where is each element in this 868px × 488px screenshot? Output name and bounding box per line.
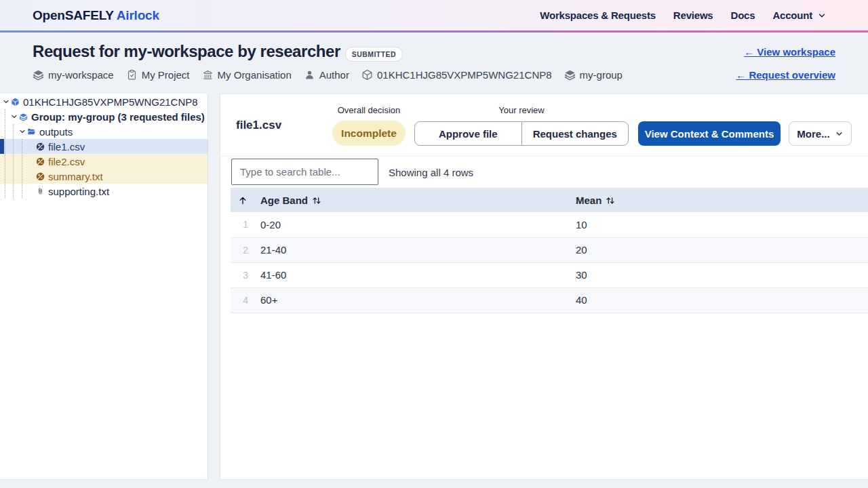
tree-item-supporting[interactable]: supporting.txt [0,184,208,199]
building-library-icon [202,69,214,81]
index-column-header[interactable] [231,188,255,212]
nav-reviews[interactable]: Reviews [673,9,713,21]
tree-item-request-root[interactable]: 01KHC1HJG85VXPMP5WNG21CNP8 [0,94,208,109]
content: 01KHC1HJG85VXPMP5WNG21CNP8 Group: my-gro… [0,94,868,480]
search-input[interactable] [231,159,378,185]
chevron-down-icon [835,129,844,138]
mean-column-header[interactable]: Mean [570,188,868,212]
tree-indent-guide [13,124,14,199]
logo-opensafely: OpenSAFELY [33,8,113,22]
sort-updown-icon [312,196,321,205]
request-overview-link[interactable]: ← Request overview [736,69,835,81]
layers-icon [19,113,28,121]
user-icon [304,69,315,81]
decision-badge: Incomplete [332,121,406,146]
nav-links: Workspaces & Requests Reviews Docs Accou… [540,9,827,21]
overall-decision-label: Overall decision [332,105,406,115]
table-header-row: Age Band Mean [231,188,868,212]
page-header: Request for my-workspace by researcher S… [0,33,868,94]
view-context-comments-button[interactable]: View Context & Comments [638,121,781,146]
layers-icon [33,69,44,81]
tree-indent-guide [22,139,22,199]
sort-ascending-icon [238,196,248,205]
nav-docs[interactable]: Docs [731,9,755,21]
file-tree-sidebar: 01KHC1HJG85VXPMP5WNG21CNP8 Group: my-gro… [0,94,208,480]
meta-group: my-group [564,69,623,81]
view-workspace-link[interactable]: ← View workspace [744,46,835,58]
clipboard-check-icon [126,69,138,81]
chevron-down-icon[interactable] [18,127,27,136]
tree-item-file1[interactable]: file1.csv [0,139,208,154]
cube-icon [11,98,20,106]
folder-open-icon [27,127,36,136]
meta-organisation: My Organisation [202,69,292,81]
approve-file-button[interactable]: Approve file [415,122,521,145]
tree-indent-guide [5,109,5,199]
table-row: 1 0-20 10 [231,212,868,237]
file-header: file1.csv Overall decision Incomplete Yo… [220,94,868,157]
age-band-column-header[interactable]: Age Band [255,188,570,212]
table-row: 3 41-60 30 [231,262,868,287]
chevron-down-icon [817,11,827,20]
output-file-icon [36,142,45,151]
table-toolbar: Showing all 4 rows [220,157,868,188]
more-button[interactable]: More... [789,121,852,146]
row-count-summary: Showing all 4 rows [389,157,473,188]
chevron-down-icon[interactable] [1,98,11,106]
tree-item-outputs-folder[interactable]: outputs [0,124,208,139]
tree-item-file2[interactable]: file2.csv [0,154,208,169]
nav-account-menu[interactable]: Account [772,9,827,21]
file-title: file1.csv [236,94,281,157]
app-logo[interactable]: OpenSAFELY Airlock [33,8,159,23]
tree-item-summary[interactable]: summary.txt [0,169,208,184]
logo-airlock: Airlock [117,8,159,22]
file-review-panel: file1.csv Overall decision Incomplete Yo… [220,94,868,480]
paperclip-icon [36,187,45,196]
layers-icon [564,69,576,81]
output-file-icon [36,172,45,181]
chevron-down-icon[interactable] [9,113,19,121]
sort-updown-icon [606,196,615,205]
cube-icon [361,69,373,81]
request-changes-button[interactable]: Request changes [521,122,629,145]
page-title: Request for my-workspace by researcher [33,42,340,61]
review-button-group: Approve file Request changes [414,121,629,146]
tree-item-group[interactable]: Group: my-group (3 requested files) [0,109,208,124]
meta-workspace: my-workspace [33,69,114,81]
table-row: 4 60+ 40 [231,287,868,312]
nav-workspaces-requests[interactable]: Workspaces & Requests [540,9,656,21]
meta-request-id: 01KHC1HJG85VXPMP5WNG21CNP8 [361,69,552,81]
your-review-label: Your review [414,105,629,115]
table-row: 2 21-40 20 [231,237,868,262]
data-table: Age Band Mean 1 0-20 10 2 21-40 20 3 41-… [231,188,868,313]
status-badge: SUBMITTED [345,47,403,62]
meta-author: Author [304,69,349,81]
navbar: OpenSAFELY Airlock Workspaces & Requests… [0,0,868,30]
meta-project: My Project [126,69,190,81]
output-file-icon [36,157,45,166]
